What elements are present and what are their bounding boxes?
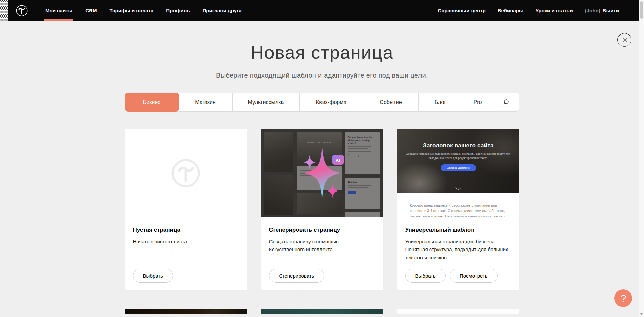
card-ai-generate[interactable]: Title of Your Website Get your house in … — [261, 129, 383, 290]
template-body-preview: Коротко представьтесь и расскажите о ком… — [397, 193, 519, 217]
nav-item-lessons[interactable]: Уроки и статьи — [530, 8, 579, 13]
nav-item-logout[interactable]: (John) Выйти — [579, 8, 625, 13]
collage-text-tile — [345, 212, 380, 217]
nav-item-pricing[interactable]: Тарифы и оплата — [103, 0, 160, 21]
template-body-text: Коротко представьтесь и расскажите о ком… — [410, 202, 507, 217]
preview-button[interactable]: Посмотреть — [450, 269, 498, 283]
card-title: Пустая страница — [133, 227, 239, 233]
nav-left-menu: Мои сайты CRM Тарифы и оплата Профиль Пр… — [39, 0, 248, 21]
page-subtitle: Выберите подходящий шаблон и адаптируйте… — [0, 72, 644, 79]
nav-item-my-sites[interactable]: Мои сайты — [39, 0, 79, 21]
nav-item-webinars[interactable]: Вебинары — [492, 8, 530, 13]
top-navbar: Мои сайты CRM Тарифы и оплата Профиль Пр… — [0, 0, 644, 21]
card-body: Пустая страница Начать с чистого листа. … — [125, 217, 247, 290]
nav-right-menu: Справочный центр Вебинары Уроки и статьи… — [432, 8, 625, 13]
collage-photo-tile — [264, 132, 293, 172]
nav-item-profile[interactable]: Профиль — [160, 0, 196, 21]
tab-quiz-form[interactable]: Квиз-форма — [300, 93, 363, 111]
tab-search[interactable] — [493, 93, 519, 111]
card-blank-page[interactable]: Пустая страница Начать с чистого листа. … — [125, 129, 247, 290]
template-hero-subtext: Добавьте интересные подробности о вашей … — [404, 152, 512, 160]
card-body: Универсальный шаблон Универсальная стран… — [397, 217, 519, 290]
card-title: Универсальный шаблон — [405, 227, 511, 233]
template-hero-heading: Заголовок вашего сайта — [397, 129, 519, 149]
card-universal-template[interactable]: Заголовок вашего сайта Добавьте интересн… — [397, 129, 519, 290]
ai-badge: AI — [332, 155, 344, 165]
logout-label: Выйти — [603, 8, 619, 13]
template-hero-preview: Заголовок вашего сайта Добавьте интересн… — [397, 129, 519, 193]
choose-button[interactable]: Выбрать — [133, 269, 173, 283]
choose-button[interactable]: Выбрать — [405, 269, 446, 283]
close-button[interactable] — [617, 33, 631, 47]
card-description: Начать с чистого листа. — [133, 238, 239, 245]
search-icon — [503, 99, 509, 106]
blank-page-thumbnail — [125, 129, 247, 217]
next-template-row — [125, 309, 519, 314]
scrollbar-thumb[interactable] — [640, 1, 643, 19]
ai-collage-thumbnail: Title of Your Website Get your house in … — [261, 129, 383, 217]
collage-photo-tile — [264, 175, 293, 215]
nav-item-crm[interactable]: CRM — [79, 0, 103, 21]
card-description: Универсальная страница для бизнеса. Поня… — [405, 238, 511, 261]
collage-text-tile: Get your house in order with a smart cle… — [345, 132, 380, 174]
tab-blog[interactable]: Блог — [419, 93, 462, 111]
universal-template-thumbnail: Заголовок вашего сайта Добавьте интересн… — [397, 129, 519, 217]
next-row-card-preview[interactable] — [397, 309, 519, 314]
tab-business[interactable]: Бизнес — [125, 93, 179, 112]
card-title: Сгенерировать страницу — [269, 227, 375, 233]
card-body: Сгенерировать страницу Создать страницу … — [261, 217, 383, 290]
tab-store[interactable]: Магазин — [179, 93, 233, 111]
next-row-card-preview[interactable] — [261, 309, 383, 314]
template-category-tabs: Бизнес Магазин Мультиссылка Квиз-форма С… — [125, 93, 519, 112]
card-description: Создать страницу с помощью искусственног… — [269, 238, 375, 254]
nav-item-help-center[interactable]: Справочный центр — [432, 8, 491, 13]
generate-button[interactable]: Сгенерировать — [269, 269, 325, 283]
tab-multilink[interactable]: Мультиссылка — [233, 93, 300, 111]
help-button[interactable]: ? — [614, 289, 632, 307]
collage-text-tile: About us — [345, 178, 380, 209]
template-cta-button: Целевое действие — [441, 164, 476, 171]
ai-sparkle-icon — [297, 141, 347, 205]
question-mark-icon: ? — [621, 292, 626, 304]
zigzag-pattern — [0, 0, 8, 21]
nav-item-invite-friend[interactable]: Пригласи друга — [196, 0, 248, 21]
close-icon — [621, 37, 628, 43]
tilda-watermark-icon — [170, 157, 202, 189]
next-row-card-preview[interactable] — [125, 309, 247, 314]
tilda-logo[interactable] — [15, 4, 28, 17]
page-title: Новая страница — [0, 42, 644, 63]
chevron-down-icon — [455, 187, 462, 190]
tab-event[interactable]: Событие — [363, 93, 419, 111]
template-cards-row: Пустая страница Начать с чистого листа. … — [125, 129, 519, 290]
tab-pro[interactable]: Pro — [462, 93, 493, 111]
page-scrollbar[interactable] — [639, 0, 644, 317]
user-name: (John) — [585, 8, 600, 13]
scrollbar-down-arrow-icon[interactable] — [640, 313, 643, 316]
